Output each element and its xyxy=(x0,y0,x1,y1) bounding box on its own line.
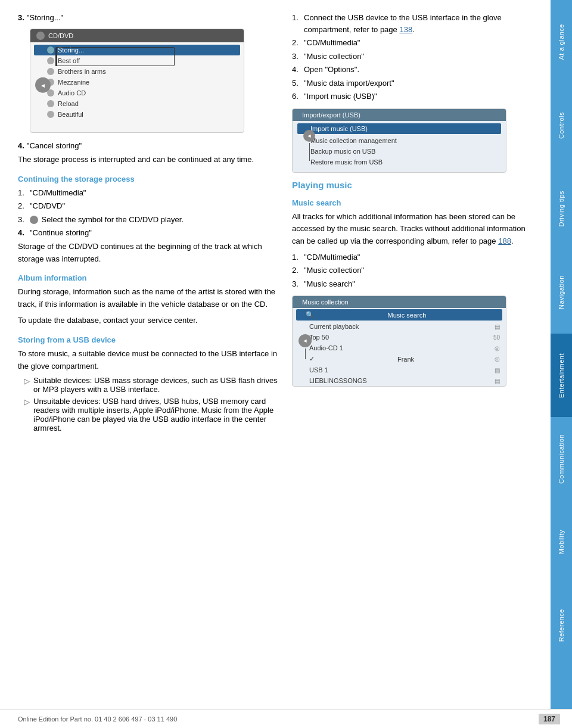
m-step-1-num: 1. xyxy=(292,251,304,263)
c-step-3-num: 3. xyxy=(18,214,30,226)
bestoff-label: Best off xyxy=(58,57,80,64)
usb-bullet-2: Unsuitable devices: USB hard drives, USB… xyxy=(33,397,280,433)
continuing-step-1: 1. "CD/Multimedia" xyxy=(18,187,280,199)
sidebar-item-controls[interactable]: Controls xyxy=(551,83,572,167)
storage-note: Storage of the CD/DVD continues at the b… xyxy=(18,241,280,266)
audiocd-label: Audio CD xyxy=(58,89,86,97)
r-step-3: 3. "Music collection" xyxy=(292,51,533,63)
sidebar-item-at-a-glance-label: At a glance xyxy=(558,24,565,60)
continuing-heading: Continuing the storage process xyxy=(18,175,280,183)
m-step-3: 3. "Music search" xyxy=(292,278,533,290)
footer-text: Online Edition for Part no. 01 40 2 606 … xyxy=(18,715,177,723)
top-steps-list: 1. Connect the USB device to the USB int… xyxy=(292,12,533,102)
storing-label: Storing... xyxy=(58,46,84,54)
sidebar-item-reference[interactable]: Reference xyxy=(551,584,572,667)
brothers-label: Brothers in arms xyxy=(58,68,106,75)
import-menu-item-1: Music collection management xyxy=(293,135,506,146)
cd-dvd-title-bar: CD/DVD xyxy=(30,29,244,42)
c-step-2-num: 2. xyxy=(18,200,30,212)
sidebar-item-driving-tips-label: Driving tips xyxy=(558,191,565,226)
import-menu-item-3: Restore music from USB xyxy=(293,157,506,167)
r-step-4-text: Open "Options". xyxy=(304,64,533,76)
r-step-6: 6. "Import music (USB)" xyxy=(292,91,533,102)
sidebar-item-driving-tips[interactable]: Driving tips xyxy=(551,167,572,250)
menu-item-beautiful: Beautiful xyxy=(30,109,244,120)
import-title-bar: Import/export (USB) xyxy=(293,109,506,121)
sidebar-item-communication[interactable]: Communication xyxy=(551,417,572,500)
mezzanine-label: Mezzanine xyxy=(58,79,89,86)
sidebar-item-reference-label: Reference xyxy=(558,609,565,642)
music-nav-line xyxy=(305,349,306,359)
music-menu-lieblings-label: LIEBLINGSSONGS xyxy=(309,377,367,384)
music-nav-btn-wrapper: ◄ xyxy=(299,334,312,359)
r-step-5-num: 5. xyxy=(292,77,304,89)
m-step-2-num: 2. xyxy=(292,265,304,276)
storing-icon xyxy=(47,46,54,54)
r-step-3-text: "Music collection" xyxy=(304,51,533,63)
cd-dvd-menu: Storing... Best off Brothers in arms Mez… xyxy=(30,42,244,122)
r-step-1-num: 1. xyxy=(292,12,304,35)
cd-dvd-icon xyxy=(36,32,45,40)
c-step-4-num: 4. xyxy=(18,227,30,239)
sidebar-item-controls-label: Controls xyxy=(558,112,565,139)
import-export-image: Import/export (USB) ◄ Import music (USB)… xyxy=(292,108,506,173)
r-step-6-num: 6. xyxy=(292,91,304,102)
arrow-icon-1: ▷ xyxy=(24,377,30,394)
c-step-1-num: 1. xyxy=(18,187,30,199)
import-callout: ◄ xyxy=(303,130,315,161)
playing-music-heading: Playing music xyxy=(292,180,533,190)
sidebar: At a glance Controls Driving tips Naviga… xyxy=(551,0,572,728)
r-step-4-num: 4. xyxy=(292,64,304,76)
step-3-line: 3."Storing..." xyxy=(18,12,280,24)
arrow-icon-2: ▷ xyxy=(24,397,30,433)
r-step-3-num: 3. xyxy=(292,51,304,63)
r-step-2-num: 2. xyxy=(292,37,304,49)
album-text2: To update the database, contact your ser… xyxy=(18,315,280,327)
import-menu-item-2: Backup music on USB xyxy=(293,146,506,157)
music-menu-search-label: Music search xyxy=(388,312,427,319)
m-step-2: 2. "Music collection" xyxy=(292,265,533,276)
music-menu-lieblings-right: ▤ xyxy=(495,378,500,384)
usb-bullet-2-wrapper: ▷ Unsuitable devices: USB hard drives, U… xyxy=(24,397,280,433)
sidebar-item-mobility-label: Mobility xyxy=(558,530,565,554)
sidebar-item-navigation[interactable]: Navigation xyxy=(551,250,572,334)
import-title-text: Import/export (USB) xyxy=(302,111,360,119)
usb-heading: Storing from a USB device xyxy=(18,335,280,344)
music-menu-usb1: USB 1 ▤ xyxy=(293,365,506,375)
continuing-steps-list: 1. "CD/Multimedia" 2. "CD/DVD" 3. Select… xyxy=(18,187,280,239)
step-4-label: "Cancel storing" xyxy=(27,141,82,150)
beautiful-icon xyxy=(47,111,54,118)
continuing-step-4: 4. "Continue storing" xyxy=(18,227,280,239)
sidebar-item-mobility[interactable]: Mobility xyxy=(551,500,572,584)
page-ref-188[interactable]: 188 xyxy=(498,237,511,245)
music-menu-audiocd-right: ◎ xyxy=(495,345,500,351)
symbol-icon xyxy=(30,216,38,224)
sidebar-item-at-a-glance[interactable]: At a glance xyxy=(551,0,572,83)
music-search-heading: Music search xyxy=(292,198,533,207)
music-menu-search: 🔍 Music search xyxy=(296,309,502,321)
cd-dvd-device-image: CD/DVD ◄ Storing... Best off xyxy=(30,29,244,133)
c-step-2-text: "CD/DVD" xyxy=(30,200,280,212)
music-menu-lieblings: LIEBLINGSSONGS ▤ xyxy=(293,375,506,386)
sidebar-item-entertainment[interactable]: Entertainment xyxy=(551,334,572,417)
music-collection-image: Music collection ◄ 🔍 Music search Curren… xyxy=(292,295,506,387)
music-menu-top50-right: 50 xyxy=(493,334,500,341)
step-3-number: 3. xyxy=(18,13,24,22)
import-menu-wrapper: ◄ Import music (USB) Music collection ma… xyxy=(293,123,506,167)
r-step-5: 5. "Music data import/export" xyxy=(292,77,533,89)
music-search-icon-small: 🔍 xyxy=(306,311,314,319)
sidebar-item-communication-label: Communication xyxy=(558,434,565,484)
left-column: 3."Storing..." CD/DVD ◄ Storing... xyxy=(18,12,280,704)
device-nav-btn: ◄ xyxy=(35,77,51,93)
usb-intro: To store music, a suitable device must b… xyxy=(18,348,280,373)
menu-item-reload: Reload xyxy=(30,98,244,109)
beautiful-label: Beautiful xyxy=(58,111,83,118)
c-step-1-text: "CD/Multimedia" xyxy=(30,187,280,199)
m-step-3-num: 3. xyxy=(292,278,304,290)
page-number: 187 xyxy=(539,714,560,724)
music-steps-list: 1. "CD/Multimedia" 2. "Music collection"… xyxy=(292,251,533,290)
step-4-line: 4."Cancel storing" xyxy=(18,140,280,152)
menu-item-storing: Storing... xyxy=(34,45,240,55)
cancel-note: The storage process is interrupted and c… xyxy=(18,154,280,166)
page-ref-138[interactable]: 138 xyxy=(399,25,412,34)
